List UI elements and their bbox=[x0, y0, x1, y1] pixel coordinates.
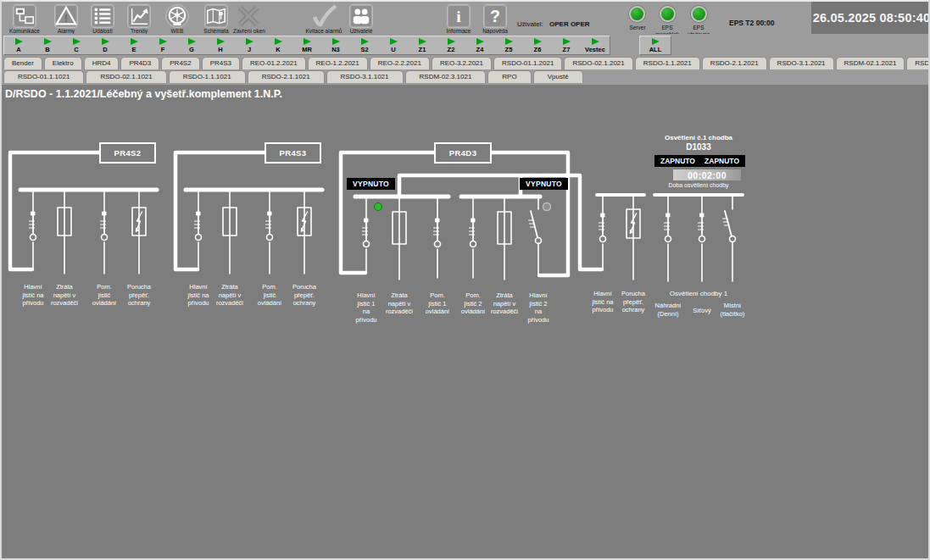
go-triangle-icon bbox=[275, 38, 282, 45]
web-icon bbox=[166, 5, 188, 27]
napoveda-icon: ? bbox=[484, 5, 506, 27]
tab[interactable]: PR4D3 bbox=[120, 57, 159, 69]
tab[interactable]: RSDO-1.1.1021 bbox=[169, 70, 246, 83]
letter-button-label: Vestec bbox=[585, 46, 605, 53]
pr4d3-right-state-badge[interactable]: VYPNUTO bbox=[520, 178, 568, 190]
go-triangle-icon bbox=[131, 38, 138, 45]
go-triangle-icon bbox=[159, 38, 167, 45]
alarmy-button[interactable]: ! bbox=[54, 4, 78, 28]
pr4s3-panel-box[interactable]: PR4S3 bbox=[265, 142, 321, 164]
letter-button[interactable]: A bbox=[4, 36, 33, 54]
letter-button[interactable]: N3 bbox=[321, 36, 350, 54]
letter-button[interactable]: Z7 bbox=[552, 36, 581, 54]
web-button[interactable] bbox=[165, 4, 189, 28]
tab[interactable]: PR4S2 bbox=[161, 57, 199, 69]
letter-button[interactable]: G bbox=[177, 36, 206, 54]
letter-button-label: Z4 bbox=[476, 46, 484, 53]
svg-text:i: i bbox=[456, 8, 461, 25]
tab[interactable]: RSDO-02.1.2021 bbox=[564, 57, 632, 69]
go-triangle-icon bbox=[390, 38, 398, 45]
lighting-timer-caption: Doba osvětlení chodby bbox=[668, 182, 728, 188]
tab[interactable]: Elektro bbox=[44, 57, 82, 69]
pr4d3-panel-box[interactable]: PR4D3 bbox=[434, 142, 492, 164]
pr4s2-panel-box[interactable]: PR4S2 bbox=[99, 142, 156, 164]
tab[interactable]: REO-3.2.2021 bbox=[432, 57, 492, 69]
tab[interactable]: RSDO-3.1.1021 bbox=[326, 70, 404, 83]
trendy-button[interactable] bbox=[127, 4, 151, 28]
letter-button[interactable]: K bbox=[264, 36, 292, 54]
letter-button[interactable]: E bbox=[120, 36, 148, 54]
komunikace-button[interactable] bbox=[13, 4, 36, 28]
pr4s2-feed-line bbox=[10, 152, 99, 269]
tab[interactable]: REO-2.2.2021 bbox=[370, 57, 430, 69]
go-triangle-icon bbox=[217, 38, 225, 45]
letter-button[interactable]: J bbox=[235, 36, 264, 54]
letter-button[interactable]: Z6 bbox=[523, 36, 552, 54]
go-triangle-icon bbox=[652, 38, 660, 45]
letter-button[interactable]: Z2 bbox=[437, 36, 465, 54]
tab[interactable]: RSDM-02.1.2021 bbox=[836, 57, 905, 69]
tab[interactable]: RSDO-02.1.1021 bbox=[86, 70, 166, 83]
udalosti-button[interactable] bbox=[91, 4, 114, 28]
letter-button[interactable]: B bbox=[33, 36, 62, 54]
svg-text:!: ! bbox=[64, 13, 68, 25]
pr4d3-left-state-badge[interactable]: VYPNUTO bbox=[347, 178, 395, 190]
letter-button-label: B bbox=[45, 46, 49, 53]
surge-protection-symbols bbox=[132, 208, 640, 238]
uzivatele-button[interactable] bbox=[349, 4, 373, 28]
lighting-code: D1033 bbox=[686, 142, 710, 152]
udalosti-icon bbox=[92, 5, 114, 27]
tab[interactable]: RSDO-01.1.2021 bbox=[493, 57, 562, 69]
tab[interactable]: Bender bbox=[3, 57, 42, 69]
schematic-area: D/RSDO - 1.1.2021/Léčebný a vyšetř.kompl… bbox=[2, 85, 930, 560]
tab[interactable]: HRD4 bbox=[84, 57, 120, 69]
tab-row-1: Bender Elektro HRD4 PR4D3 PR4S2 PR4S3 RE… bbox=[3, 57, 930, 69]
letter-button[interactable]: Vestec bbox=[581, 36, 610, 54]
letter-button-label: Z7 bbox=[563, 46, 571, 53]
schemata-button[interactable] bbox=[204, 4, 228, 28]
all-button-label: ALL bbox=[649, 46, 662, 53]
letter-button[interactable]: Z1 bbox=[408, 36, 437, 54]
tab[interactable]: RSDO-1.1.2021 bbox=[635, 57, 700, 69]
zavreni-oken-button[interactable] bbox=[236, 4, 263, 28]
tab[interactable]: RPO bbox=[487, 70, 531, 83]
letter-button[interactable]: MR bbox=[292, 36, 321, 54]
letter-button-label: Z5 bbox=[505, 46, 513, 53]
tab[interactable]: REO-1.2.2021 bbox=[308, 57, 368, 69]
lighting-timer-value: 00:02:00 bbox=[688, 170, 727, 180]
letter-button-label: C bbox=[74, 46, 78, 53]
lighting-state-bar[interactable]: ZAPNUTO ZAPNUTO bbox=[654, 155, 745, 167]
tab[interactable]: RSDO-01.1.1021 bbox=[3, 70, 84, 83]
users-icon bbox=[350, 5, 372, 27]
datetime-value: 26.05.2025 08:50:40 bbox=[813, 11, 930, 25]
go-triangle-icon bbox=[44, 38, 52, 45]
kvitace-alarmu-button[interactable] bbox=[309, 4, 337, 28]
pr4s3-feed-line bbox=[175, 152, 265, 269]
alarmy-icon: ! bbox=[55, 5, 77, 27]
tab[interactable]: RSDM-4.1.2021 bbox=[906, 57, 930, 69]
informace-button[interactable]: i bbox=[447, 4, 471, 28]
tab[interactable]: RSDO-2.1.1021 bbox=[248, 70, 325, 83]
letter-button[interactable]: S2 bbox=[350, 36, 379, 54]
tab[interactable]: RSDO-3.1.2021 bbox=[769, 57, 834, 69]
letter-button[interactable]: D bbox=[91, 36, 120, 54]
napoveda-button[interactable]: ? bbox=[483, 4, 507, 28]
letter-button[interactable]: F bbox=[148, 36, 177, 54]
tab[interactable]: PR4S3 bbox=[202, 57, 240, 69]
letter-button[interactable]: Z5 bbox=[494, 36, 523, 54]
tab[interactable]: RSDO-2.1.2021 bbox=[702, 57, 767, 69]
letter-button[interactable]: U bbox=[379, 36, 408, 54]
tab[interactable]: Vpustě bbox=[533, 70, 583, 83]
letter-button-label: S2 bbox=[360, 46, 368, 53]
pr4d3-coupler-line bbox=[399, 175, 602, 269]
letter-button[interactable]: C bbox=[62, 36, 91, 54]
tab[interactable]: RSDM-02.3.1021 bbox=[405, 70, 487, 83]
letter-button[interactable]: H bbox=[206, 36, 235, 54]
letter-button[interactable]: Z4 bbox=[465, 36, 494, 54]
letter-button-label: Z2 bbox=[448, 46, 455, 53]
tab[interactable]: REO-01.2.2021 bbox=[242, 57, 306, 69]
pr4s3-col4-label: Porucha přepěť. ochrany bbox=[278, 283, 331, 308]
letter-button-label: H bbox=[218, 46, 222, 53]
all-button[interactable]: ALL bbox=[639, 36, 671, 55]
acknowledge-check-icon bbox=[309, 4, 338, 28]
